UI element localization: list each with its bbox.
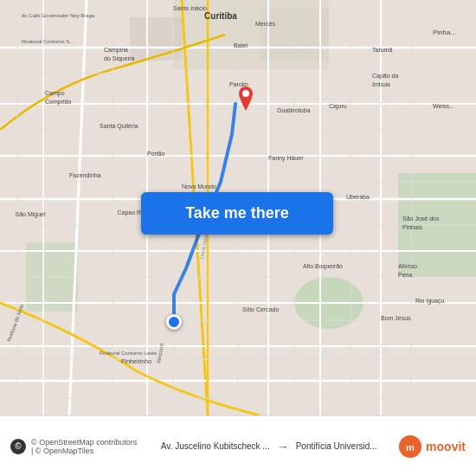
svg-text:Sítio Cercado: Sítio Cercado xyxy=(242,306,280,312)
to-location: Pontifícia Universid... xyxy=(296,441,377,451)
moovit-brand-text: moovit xyxy=(426,440,466,453)
svg-text:Fanny Häuer: Fanny Häuer xyxy=(268,155,304,162)
route-info: Av. Juscelino Kubitscheck ... → Pontifíc… xyxy=(139,440,398,453)
svg-text:Pinha...: Pinha... xyxy=(433,29,456,36)
attribution: © © OpenStreetMap contributors | © OpenM… xyxy=(10,438,139,455)
svg-text:Alto Boqueirão: Alto Boqueirão xyxy=(303,263,343,270)
take-me-there-button[interactable]: Take me there xyxy=(141,192,333,235)
svg-text:Tarumã: Tarumã xyxy=(372,47,392,53)
svg-text:São Miguel: São Miguel xyxy=(15,211,45,218)
svg-text:Cajuru: Cajuru xyxy=(329,103,347,110)
svg-rect-2 xyxy=(130,17,182,61)
route-arrow-icon: → xyxy=(277,440,289,453)
svg-point-77 xyxy=(242,90,249,97)
svg-text:do Café Governador Ney Braga: do Café Governador Ney Braga xyxy=(22,13,95,18)
svg-text:Fazendinha: Fazendinha xyxy=(69,172,101,178)
from-location: Av. Juscelino Kubitscheck ... xyxy=(161,441,270,451)
svg-text:Guabirotuba: Guabirotuba xyxy=(277,107,311,113)
svg-text:Afonso: Afonso xyxy=(398,263,417,269)
origin-pin xyxy=(166,314,182,330)
attribution-text: © OpenStreetMap contributors | © OpenMap… xyxy=(31,438,139,455)
svg-text:Pena: Pena xyxy=(398,272,412,278)
moovit-icon: m xyxy=(398,434,422,459)
svg-text:Rodovial Contorno S...: Rodovial Contorno S... xyxy=(22,39,74,44)
svg-text:Novo Mundo: Novo Mundo xyxy=(182,183,216,190)
svg-text:Weiss...: Weiss... xyxy=(433,103,454,109)
svg-text:Santo Inácio: Santo Inácio xyxy=(173,5,207,11)
destination-pin xyxy=(235,87,256,113)
svg-text:Portão: Portão xyxy=(147,151,165,157)
svg-text:Rio Iguaçu: Rio Iguaçu xyxy=(415,298,445,305)
svg-text:Rodovial Contorno Leste: Rodovial Contorno Leste xyxy=(100,351,158,356)
bottom-bar: © © OpenStreetMap contributors | © OpenM… xyxy=(0,415,476,476)
map-container: Curitiba Pinha... São Miguel Capao Raso … xyxy=(0,0,476,415)
svg-text:Uberaba: Uberaba xyxy=(346,194,370,200)
svg-text:Campina: Campina xyxy=(104,47,128,54)
svg-text:m: m xyxy=(406,441,415,452)
svg-text:do Siqueira: do Siqueira xyxy=(104,55,135,62)
svg-text:Mercês: Mercês xyxy=(255,21,275,27)
svg-text:Comprido: Comprido xyxy=(45,99,71,106)
svg-text:Bom Jesus: Bom Jesus xyxy=(381,315,411,321)
svg-text:Campo: Campo xyxy=(45,90,65,97)
svg-text:Imbuia: Imbuia xyxy=(372,81,390,87)
svg-text:Curitiba: Curitiba xyxy=(204,11,237,21)
svg-text:Pinhais: Pinhais xyxy=(402,224,422,230)
svg-text:Santa Quitéria: Santa Quitéria xyxy=(100,123,138,130)
svg-text:Pinheirinho: Pinheirinho xyxy=(121,358,151,364)
svg-text:São José dos: São José dos xyxy=(402,215,440,222)
svg-text:Capão da: Capão da xyxy=(372,73,398,80)
svg-text:Batel: Batel xyxy=(234,42,248,48)
moovit-logo: m moovit xyxy=(398,434,466,459)
osm-logo-icon: © xyxy=(10,439,26,454)
